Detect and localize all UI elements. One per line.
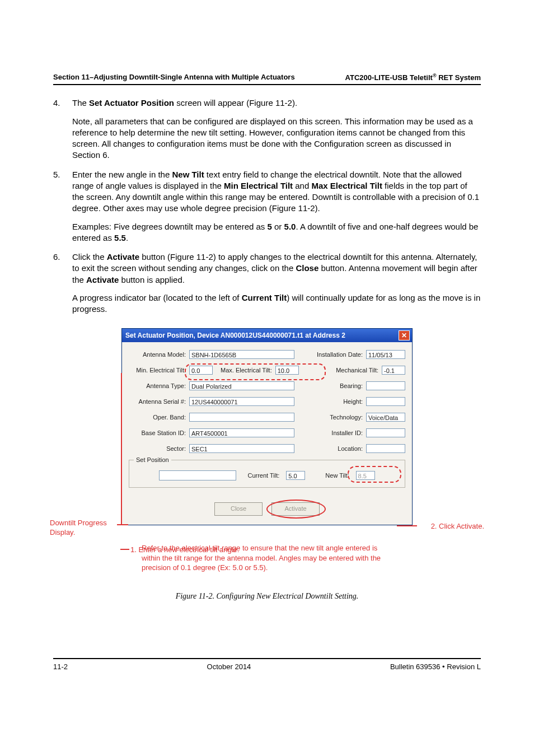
text: button is applied. (119, 275, 185, 284)
installer-field (366, 428, 405, 437)
text: . (126, 233, 128, 242)
technology-field: Voice/Data (366, 413, 405, 422)
text-bold: 5.0 (284, 222, 296, 231)
label-antenna-model: Antenna Model: (129, 351, 189, 358)
location-field (366, 444, 405, 453)
footer-date: October 2014 (207, 662, 251, 671)
text: and (293, 181, 311, 190)
callout-activate: 2. Click Activate. (431, 522, 484, 530)
label-sector: Sector: (129, 445, 189, 452)
text-bold: Activate (107, 252, 139, 262)
header-right: ATC200-LITE-USB Teletilt® RET System (345, 73, 481, 82)
callout-connector (120, 549, 129, 550)
step-5: Enter the new angle in the New Tilt text… (53, 169, 481, 244)
page-header: Section 11–Adjusting Downtilt-Single Ant… (53, 73, 481, 85)
callout-connector (121, 373, 122, 525)
callout-progress: Downtilt Progress Display. (50, 519, 118, 537)
text-bold: 5 (268, 222, 272, 231)
label-base-station: Base Station ID: (129, 430, 189, 436)
set-actuator-position-dialog: Set Actuator Position, Device AN000012US… (121, 328, 413, 525)
installation-date-field: 11/05/13 (366, 350, 405, 359)
text: Examples: Five degrees downtilt may be e… (72, 222, 268, 231)
dialog-titlebar: Set Actuator Position, Device AN000012US… (122, 329, 412, 342)
figure-11-2: Set Actuator Position, Device AN000012US… (121, 328, 413, 601)
text-bold: Activate (86, 275, 119, 284)
text: screen will appear (Figure 11-2). (174, 98, 297, 108)
label-oper-band: Oper. Band: (129, 414, 189, 421)
close-button[interactable]: Close (214, 502, 263, 516)
text-bold: 5.5 (114, 233, 126, 242)
footer-bulletin: Bulletin 639536 • Revision L (390, 662, 481, 671)
label-antenna-serial: Antenna Serial #: (129, 398, 189, 405)
text-bold: Close (296, 263, 318, 273)
registered-mark: ® (433, 73, 437, 78)
text-bold: Min Electrical Tilt (224, 181, 293, 190)
max-tilt-field: 10.0 (275, 366, 299, 375)
min-tilt-field: 0.0 (189, 366, 213, 375)
antenna-type-field: Dual Polarized (189, 381, 294, 390)
header-right-prefix: ATC200-LITE-USB Teletilt (345, 73, 433, 82)
close-icon[interactable]: ✕ (399, 330, 410, 340)
label-height: Height: (308, 398, 366, 405)
set-position-legend: Set Position (134, 456, 171, 463)
footer-page: 11-2 (53, 662, 68, 671)
label-installation-date: Installation Date: (308, 351, 366, 358)
sector-field: SEC1 (189, 444, 294, 453)
label-current-tilt: Current Tilt: (247, 472, 283, 479)
text: Click the (72, 252, 107, 262)
set-position-group: Set Position Current Tilt: 5.0 New Tilt:… (129, 460, 405, 488)
label-installer: Installer ID: (308, 430, 366, 436)
antenna-serial-field: 12US440000071 (189, 397, 294, 406)
current-tilt-field: 5.0 (286, 471, 305, 480)
header-left: Section 11–Adjusting Downtilt-Single Ant… (53, 73, 295, 82)
dialog-title: Set Actuator Position, Device AN000012US… (125, 332, 345, 339)
label-max-tilt: Max. Electrical Tilt: (221, 367, 275, 374)
label-min-tilt: Min. Electrical Tilt: (129, 367, 189, 374)
header-right-suffix: RET System (437, 73, 481, 82)
height-field (366, 397, 405, 406)
callout-connector (117, 524, 128, 525)
label-antenna-type: Antenna Type: (129, 382, 189, 389)
new-tilt-input[interactable]: 8.5 (356, 471, 375, 480)
oper-band-field (189, 413, 294, 422)
progress-bar (159, 470, 236, 480)
text: Note, all parameters that can be configu… (72, 116, 481, 161)
label-location: Location: (308, 445, 366, 452)
text: The (72, 98, 89, 108)
label-bearing: Bearing: (308, 382, 366, 389)
text: Enter the new angle in the (72, 170, 172, 179)
text-bold: Set Actuator Position (89, 98, 174, 108)
instruction-list: The Set Actuator Position screen will ap… (53, 97, 481, 315)
text-bold: New Tilt (172, 170, 204, 179)
text: or (272, 222, 284, 231)
figure-caption: Figure 11-2. Configuring New Electrical … (121, 592, 413, 601)
bearing-field (366, 381, 405, 390)
step-6: Click the Activate button (Figure 11-2) … (53, 251, 481, 315)
label-mech-tilt: Mechanical Tilt: (324, 367, 382, 374)
dialog-button-row: Close Activate (129, 502, 405, 516)
step-4: The Set Actuator Position screen will ap… (53, 97, 481, 161)
label-technology: Technology: (308, 414, 366, 421)
base-station-field: ART4500001 (189, 428, 294, 437)
antenna-model-field: SBNH-1D6565B (189, 350, 294, 359)
callout-step1: 1. Enter a new electrical tilt angle. (130, 545, 239, 554)
text-bold: Max Electrical Tilt (311, 181, 382, 190)
mech-tilt-field: -0.1 (382, 366, 405, 375)
text-bold: Current Tilt (242, 293, 287, 302)
label-new-tilt: New Tilt: (325, 472, 352, 479)
activate-button[interactable]: Activate (271, 502, 320, 516)
text: A progress indicator bar (located to the… (72, 293, 242, 302)
callout-connector (397, 525, 417, 526)
page-footer: 11-2 October 2014 Bulletin 639536 • Revi… (0, 659, 534, 693)
